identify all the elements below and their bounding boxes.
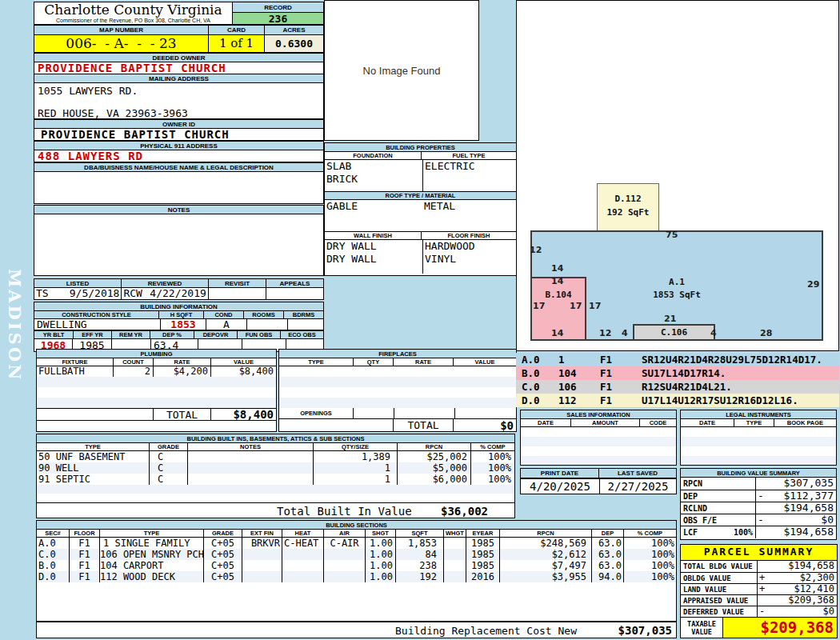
building-properties-table: BUILDING PROPERTIES FOUNDATION FUEL TYPE… [324,142,517,276]
vector-path: SU17L14D17R14. [642,366,726,380]
cell [443,549,466,560]
table-row: D.0 F1 112 WOOD DECK C+05 1.00 192 2016 … [37,571,676,582]
table-row: C.0 F1 106 OPEN MSNRY PCH C+05 1.00 84 1… [37,549,676,560]
summary-extra: 100% [734,528,753,538]
yrblt-label: YR BLT [34,331,73,338]
sketch-label-d: D.112 [598,184,658,204]
summary-row: APPRAISED VALUE $209,368 [681,594,837,606]
summary-row: RPCN $307,035 [681,478,836,490]
cell: C+05 [203,560,242,571]
cell: 100% [623,549,676,560]
col-header: HEAT [282,530,323,537]
taxable-label: VALUE [681,628,722,636]
summary-row: LAND VALUE + $12,410 [681,583,837,594]
record-value: 236 [232,12,324,25]
ecoobs-label: ECO OBS [280,331,323,338]
county-title: Charlotte County Virginia [34,2,232,18]
property-record-card: MADISON Charlotte County Virginia Commis… [0,0,840,640]
empty-row [521,437,676,446]
empty-row [521,446,676,456]
cell: 1 SINGLE FAMILY [99,538,203,549]
cell: C [149,462,187,474]
cell: BRKVR [242,538,282,549]
sketch-vector-row: C.0 106 F1 R12SU4R21D4L21. [516,380,839,394]
sketch-dim: 29 [807,279,819,290]
cell [187,451,313,462]
summary-value: $307,035 [767,478,836,490]
cell [443,571,466,582]
sketch-panel: D.112 192 SqFt A.1 1853 SqFt C.106 B.104… [516,0,839,351]
legal-instruments-table: LEGAL INSTRUMENTS DATE TYPE BOOK PAGE [680,410,837,466]
visit-value-row: TS9/5/2018 RCW4/22/2019 [34,287,324,300]
summary-value: $0 [769,606,837,617]
cell: C+05 [203,571,242,582]
built-ins-total-label: Total Built In Value [277,505,412,518]
table-row: 91 SEPTIC C 1 $6,000 100% [37,474,514,485]
effyr-label: EFF YR [73,331,111,338]
summary-sign [756,502,767,514]
cell: $7,497 [499,560,591,571]
cell: 1 [313,474,397,485]
summary-label: RPCN [683,479,702,490]
vector-floor: F1 [600,366,642,380]
col-header: VALUE [453,358,516,366]
col-header: AIR [323,530,365,537]
summary-value: $194,658 [769,561,837,572]
cell: 100% [623,560,676,571]
col-header: NOTES [187,443,313,450]
fuel-type-label: FUEL TYPE [421,152,516,159]
col-header: SEC# [37,530,69,537]
table-row: A.0 F1 1 SINGLE FAMILY C+05 BRKVR C-HEAT… [37,538,676,549]
sketch-dim: 4 [622,328,628,338]
funobs-label: FUN OBS [237,331,280,338]
summary-sign [756,526,767,538]
cell: 1985 [466,549,499,560]
floor-finish-label: FLOOR FINISH [421,232,516,239]
built-ins-title: BUILDING BUILT INS, BASEMENTS, ATTICS & … [37,434,514,443]
cell: $5,000 [397,462,470,474]
wall-finish-value: DRY WALL [326,253,422,266]
cell: 1.00 [365,549,395,560]
cell: 91 SEPTIC [37,474,149,485]
sketch-vector-row: B.0 104 F1 SU17L14D17R14. [516,366,839,380]
cell: 1 [313,462,397,474]
fireplaces-total-label: TOTAL [393,419,453,432]
summary-label: OBS F/E [683,516,717,526]
col-header: EYEAR [466,530,499,537]
summary-value: $2,300 [769,573,837,583]
plumbing-total-value: $8,400 [210,409,276,420]
summary-row: TOTAL BLDG VALUE $194,658 [681,561,837,572]
cell: C [149,451,187,462]
cell: F1 [69,560,99,571]
vector-floor: F1 [600,353,642,366]
replacement-cost-label: Building Replacement Cost New [395,625,577,637]
acres-value: 0.6300 [264,34,324,53]
cell: C-HEAT [282,538,323,549]
summary-sign: + [758,584,769,594]
vector-code: 106 [558,380,600,394]
summary-label: OBLDG VALUE [681,573,757,583]
cell: 84 [395,549,443,560]
last-saved-value: 2/27/2025 [599,479,676,494]
summary-value: $112,377 [767,490,836,502]
empty-row [37,377,276,387]
col-header: DEP [591,530,623,537]
openings-label: OPENINGS [279,408,353,418]
fuel-type-value: ELECTRIC [425,160,516,173]
taxable-value: $209,368 [722,618,837,638]
cell: 50 UNF BASEMENT [37,451,149,462]
listed-date: 9/5/2018 [70,288,120,299]
cell: 100% [623,538,676,549]
cell: $8,400 [210,366,276,377]
vector-floor: F1 [600,380,642,394]
hsqft-value: 1853 [160,319,206,330]
style-value: DWELLING [34,319,160,330]
sketch-dim: 14 [551,328,563,338]
sketch-vector-row: D.0 112 F1 U17L14U12R17SU12R16D12L16. [516,394,839,407]
summary-label: TOTAL BLDG VALUE [681,561,757,572]
print-date-value: 4/20/2025 [521,479,599,494]
cell [187,474,313,485]
col-header: EXT FIN [242,530,282,537]
sketch-label-c: C.106 [634,326,714,339]
cell: 1.00 [365,538,395,549]
